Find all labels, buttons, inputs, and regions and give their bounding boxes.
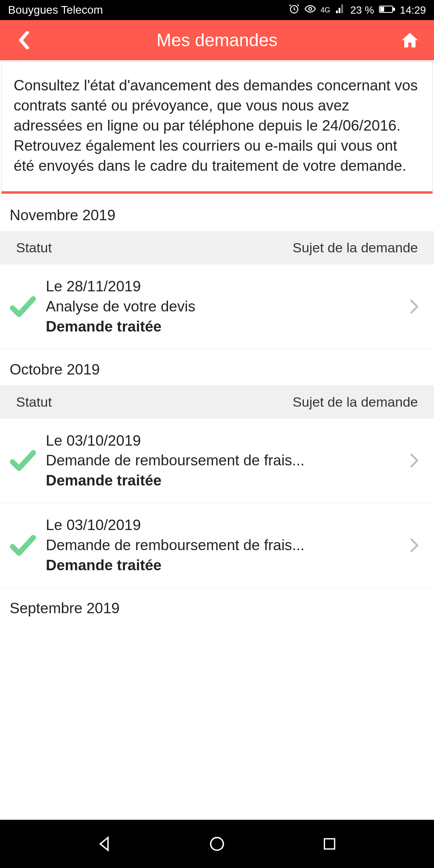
time-label: 14:29 [400,4,426,16]
request-row[interactable]: Le 28/11/2019Analyse de votre devisDeman… [0,264,434,349]
col-sujet: Sujet de la demande [293,394,418,410]
month-header: Novembre 2019 [0,195,434,231]
status-check-icon [10,535,46,556]
request-date: Le 03/10/2019 [46,515,404,535]
eye-icon [305,3,316,17]
app-header: Mes demandes [0,20,434,60]
status-check-icon [10,296,46,317]
home-button[interactable] [400,31,420,50]
request-subject: Demande de remboursement de frais... [46,450,404,471]
request-subject: Analyse de votre devis [46,297,404,317]
back-button[interactable] [14,31,34,50]
chevron-right-icon [404,453,424,468]
request-row[interactable]: Le 03/10/2019Demande de remboursement de… [0,503,434,588]
request-status: Demande traitée [46,471,404,491]
network-label: 4G [321,6,330,14]
page-title: Mes demandes [34,30,400,50]
intro-card: Consultez l'état d'avancement des demand… [1,61,433,194]
request-subject: Demande de remboursement de frais... [46,535,404,555]
svg-rect-3 [393,8,395,10]
request-status: Demande traitée [46,555,404,575]
month-header: Septembre 2019 [0,588,434,624]
col-statut: Statut [16,240,52,256]
svg-point-5 [211,837,223,850]
alarm-icon [289,3,300,17]
month-header: Octobre 2019 [0,349,434,385]
nav-back-button[interactable] [92,832,117,856]
request-content: Le 03/10/2019Demande de remboursement de… [46,431,404,491]
chevron-right-icon [404,299,424,314]
system-nav-bar [0,820,434,868]
status-icons: 4G 23 % 14:29 [289,3,426,17]
request-content: Le 28/11/2019Analyse de votre devisDeman… [46,276,404,337]
col-statut: Statut [16,394,52,410]
nav-home-button[interactable] [205,832,229,856]
table-header: StatutSujet de la demande [0,385,434,419]
svg-point-1 [309,7,311,10]
intro-text: Consultez l'état d'avancement des demand… [14,76,420,176]
svg-rect-4 [381,7,384,11]
signal-icon [335,4,346,17]
request-date: Le 03/10/2019 [46,431,404,451]
nav-recent-button[interactable] [317,832,342,856]
request-status: Demande traitée [46,317,404,337]
chevron-right-icon [404,538,424,553]
status-bar: Bouygues Telecom 4G 23 % 14:29 [0,0,434,20]
col-sujet: Sujet de la demande [293,240,418,256]
battery-icon [379,4,395,16]
request-date: Le 28/11/2019 [46,276,404,297]
carrier-label: Bouygues Telecom [8,4,103,16]
status-check-icon [10,450,46,471]
request-content: Le 03/10/2019Demande de remboursement de… [46,515,404,575]
battery-label: 23 % [350,4,374,16]
request-row[interactable]: Le 03/10/2019Demande de remboursement de… [0,419,434,504]
table-header: StatutSujet de la demande [0,231,434,264]
svg-rect-6 [324,839,334,849]
